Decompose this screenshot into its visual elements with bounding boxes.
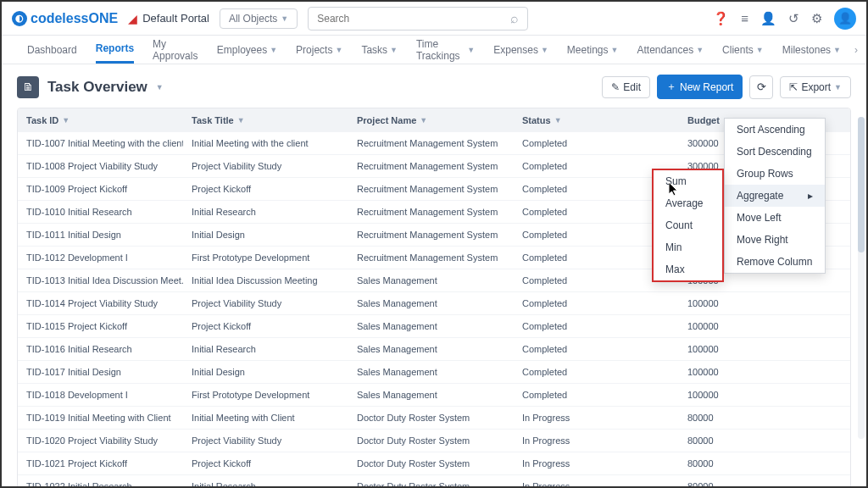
table-row[interactable]: TID-1021 Project KickoffProject KickoffD…	[18, 452, 850, 475]
cell: Initial Research	[183, 344, 348, 354]
scroll-right-icon[interactable]: ›	[854, 44, 858, 56]
menu-item-sort-ascending[interactable]: Sort Ascending	[725, 119, 825, 141]
column-header[interactable]: Project Name ▼	[348, 115, 514, 125]
cell: 100000	[679, 298, 836, 308]
search-input[interactable]	[317, 13, 510, 25]
cell: Project Kickoff	[183, 321, 348, 331]
tab-clients[interactable]: Clients▼	[722, 36, 764, 64]
cell: Completed	[514, 344, 679, 354]
submenu-item-average[interactable]: Average	[654, 192, 747, 214]
cell: Completed	[514, 367, 679, 377]
avatar[interactable]: 👤	[834, 8, 856, 30]
cell: Initial Research	[183, 481, 348, 488]
column-header[interactable]: Task ID ▼	[18, 115, 183, 125]
cell: Doctor Duty Roster System	[348, 435, 514, 446]
top-bar: ◐ codelessONE ◢ Default Portal All Objec…	[2, 2, 866, 36]
table-row[interactable]: TID-1020 Project Viability StudyProject …	[18, 430, 850, 452]
cell: TID-1022 Initial Research	[18, 481, 183, 488]
cell: 100000	[679, 321, 836, 331]
logo-text: codelessONE	[31, 11, 118, 26]
menu-item-sort-descending[interactable]: Sort Descending	[725, 141, 825, 163]
tab-tasks[interactable]: Tasks▼	[361, 36, 398, 64]
cell: Initial Design	[183, 367, 348, 377]
refresh-button[interactable]: ⟳	[749, 75, 773, 99]
cell: Completed	[514, 321, 679, 331]
submenu-item-min[interactable]: Min	[654, 236, 747, 258]
cell: First Prototype Development	[183, 252, 348, 263]
history-icon[interactable]: ↺	[788, 11, 799, 26]
table-row[interactable]: TID-1016 Initial ResearchInitial Researc…	[18, 338, 850, 361]
cell: Initial Meeting with the client	[183, 138, 348, 148]
chevron-down-icon: ▼	[467, 46, 475, 54]
vertical-scrollbar[interactable]	[858, 117, 865, 439]
cell: TID-1008 Project Viability Study	[18, 161, 183, 171]
database-icon[interactable]: ≡	[741, 11, 748, 25]
column-header[interactable]: Task Title ▼	[183, 115, 348, 125]
user-add-icon[interactable]: 👤	[760, 11, 776, 26]
table-row[interactable]: TID-1022 Initial ResearchInitial Researc…	[18, 475, 850, 488]
cell: Project Viability Study	[183, 161, 348, 171]
scrollbar-thumb[interactable]	[858, 117, 865, 252]
portal-selector[interactable]: ◢ Default Portal	[128, 12, 209, 25]
table-row[interactable]: TID-1014 Project Viability StudyProject …	[18, 292, 850, 315]
cell: 80000	[679, 458, 836, 469]
tab-my-approvals[interactable]: My Approvals	[153, 36, 198, 64]
export-icon: ⇱	[789, 81, 798, 93]
table-row[interactable]: TID-1015 Project KickoffProject KickoffS…	[18, 315, 850, 338]
cell: In Progress	[514, 413, 679, 423]
submenu-item-sum[interactable]: Sum	[654, 170, 747, 192]
help-icon[interactable]: ❓	[713, 11, 729, 26]
cell: Recruitment Management System	[348, 138, 514, 148]
page-actions: ✎Edit ＋New Report ⟳ ⇱Export▼	[602, 75, 851, 99]
plus-icon: ＋	[666, 80, 676, 94]
table-row[interactable]: TID-1019 Initial Meeting with ClientInit…	[18, 407, 850, 430]
tab-reports[interactable]: Reports	[96, 36, 134, 64]
cell: In Progress	[514, 458, 679, 469]
tab-expenses[interactable]: Expenses▼	[493, 36, 548, 64]
cell: 80000	[679, 481, 836, 488]
submenu-item-count[interactable]: Count	[654, 214, 747, 236]
portal-icon: ◢	[128, 12, 137, 25]
tab-projects[interactable]: Projects▼	[296, 36, 342, 64]
tab-employees[interactable]: Employees▼	[217, 36, 277, 64]
export-button[interactable]: ⇱Export▼	[780, 76, 851, 98]
objects-selector[interactable]: All Objects ▼	[220, 8, 298, 29]
gear-icon[interactable]: ⚙	[811, 11, 822, 26]
cell: TID-1017 Initial Design	[18, 367, 183, 377]
table-row[interactable]: TID-1017 Initial DesignInitial DesignSal…	[18, 361, 850, 384]
edit-button[interactable]: ✎Edit	[602, 76, 650, 98]
tab-milestones[interactable]: Milestones▼	[782, 36, 841, 64]
tab-time-trackings[interactable]: Time Trackings▼	[416, 36, 475, 64]
tab-dashboard[interactable]: Dashboard	[27, 36, 77, 64]
chevron-down-icon: ▼	[696, 46, 704, 54]
cell: TID-1014 Project Viability Study	[18, 298, 183, 308]
cell: Sales Management	[348, 390, 514, 400]
cell: TID-1020 Project Viability Study	[18, 435, 183, 446]
tab-attendances[interactable]: Attendances▼	[637, 36, 704, 64]
column-header[interactable]: Status ▼	[514, 115, 679, 125]
new-report-button[interactable]: ＋New Report	[657, 75, 743, 99]
page-title: Task Overview	[47, 79, 147, 96]
search-box[interactable]: ⌕	[308, 7, 528, 30]
cell: TID-1012 Development I	[18, 252, 183, 263]
top-icons: ❓ ≡ 👤 ↺ ⚙ 👤	[713, 8, 856, 30]
chevron-down-icon[interactable]: ▼	[156, 83, 164, 92]
cell: Initial Design	[183, 230, 348, 240]
tab-meetings[interactable]: Meetings▼	[567, 36, 619, 64]
logo[interactable]: ◐ codelessONE	[12, 11, 118, 26]
cell: 100000	[679, 390, 836, 400]
chevron-down-icon: ▼	[554, 116, 562, 125]
chevron-down-icon: ▼	[390, 46, 398, 54]
cell: Doctor Duty Roster System	[348, 458, 514, 469]
aggregate-submenu: SumAverageCountMinMax	[652, 169, 724, 282]
cell: Completed	[514, 298, 679, 308]
cell: Initial Idea Discussion Meeting	[183, 275, 348, 286]
submenu-item-max[interactable]: Max	[654, 258, 747, 280]
cell: Recruitment Management System	[348, 230, 514, 240]
chevron-down-icon: ▼	[335, 46, 342, 54]
cell: TID-1007 Initial Meeting with the client	[18, 138, 183, 148]
cell: TID-1013 Initial Idea Discussion Meet...	[18, 275, 183, 286]
cell: Project Kickoff	[183, 184, 348, 194]
pencil-icon: ✎	[611, 81, 620, 93]
table-row[interactable]: TID-1018 Development IFirst Prototype De…	[18, 384, 850, 407]
